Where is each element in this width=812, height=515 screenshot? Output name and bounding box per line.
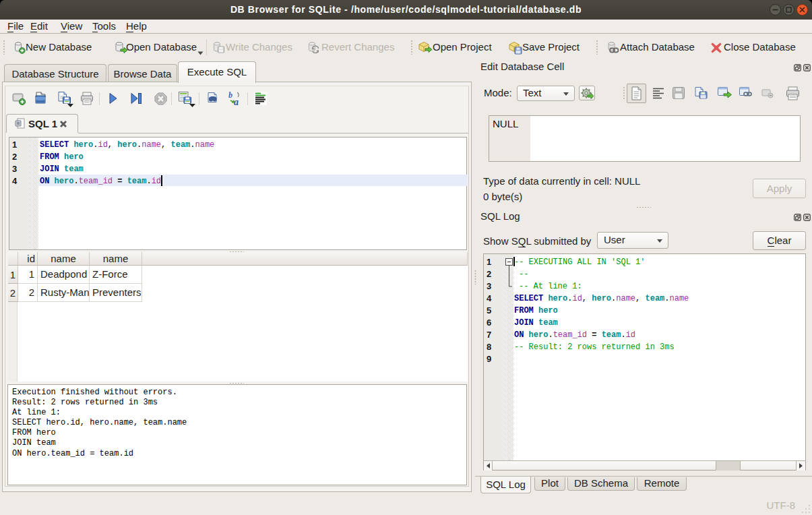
svg-text:b: b xyxy=(228,91,232,100)
